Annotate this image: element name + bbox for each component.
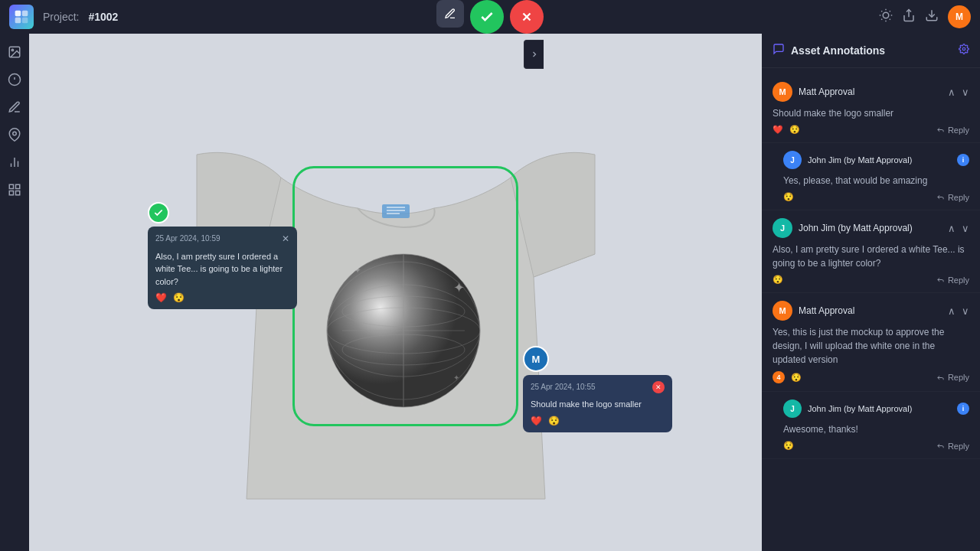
- thread-react-wow-1[interactable]: 😯: [789, 125, 800, 135]
- thread-reply-4[interactable]: Reply: [936, 373, 969, 382]
- share-icon[interactable]: [902, 8, 916, 25]
- thread-author-3: John Jim (by Matt Approval): [799, 223, 942, 233]
- svg-rect-0: [15, 11, 21, 17]
- sidebar-image-icon[interactable]: [2, 40, 27, 64]
- approve-button[interactable]: [470, 0, 504, 34]
- thread-collapse-1[interactable]: ∨: [962, 86, 969, 98]
- thread-body-4: Yes, this is just the mockup to approve …: [773, 325, 969, 367]
- thread-collapse-3[interactable]: ∨: [962, 223, 969, 234]
- annotation-avatar-2: M: [523, 346, 549, 372]
- thread-collapse-4[interactable]: ∨: [962, 305, 969, 317]
- thread-avatar-3: J: [773, 218, 792, 238]
- app-header: Project: #1002: [0, 0, 980, 34]
- svg-rect-2: [15, 18, 21, 24]
- thread-body-3: Also, I am pretty sure I ordered a white…: [773, 243, 969, 270]
- sun-icon[interactable]: [879, 8, 893, 25]
- pencil-button[interactable]: [436, 0, 464, 28]
- thread-author-1: Matt Approval: [799, 86, 942, 97]
- header-right-icons: M: [879, 5, 971, 28]
- panel-header: Asset Annotations: [762, 34, 980, 68]
- svg-line-10: [890, 19, 890, 20]
- thread-reply-5[interactable]: Reply: [936, 442, 969, 451]
- thread-reply-2[interactable]: Reply: [936, 193, 969, 202]
- annotation-thread-3: J John Jim (by Matt Approval) ∧ ∨ Also, …: [762, 210, 980, 293]
- annotations-panel: Asset Annotations M Matt Approval ∧ ∨ Sh…: [762, 34, 980, 551]
- canvas-area: ✦ ✦ ✦ ✦: [29, 34, 762, 551]
- annotation-timestamp-1: 25 Apr 2024, 10:59: [155, 233, 220, 244]
- thread-author-4: Matt Approval: [799, 305, 942, 316]
- svg-point-48: [962, 47, 965, 51]
- header-center-actions: [436, 0, 544, 34]
- sidebar-grid-icon[interactable]: [2, 178, 27, 202]
- panel-toggle-button[interactable]: [524, 40, 544, 69]
- thread-react-wow-2[interactable]: 😯: [783, 192, 794, 202]
- reaction-heart-1[interactable]: ❤️: [155, 292, 167, 303]
- reaction-wow-2[interactable]: 😯: [548, 416, 560, 426]
- thread-body-5: Awesome, thanks!: [783, 422, 969, 436]
- svg-line-14: [890, 11, 890, 11]
- user-avatar[interactable]: M: [948, 5, 971, 28]
- main-content: ✦ ✦ ✦ ✦: [0, 34, 980, 551]
- thread-avatar-4: M: [773, 301, 792, 321]
- svg-rect-27: [16, 184, 20, 188]
- annotation-thread-4: M Matt Approval ∧ ∨ Yes, this is just th…: [762, 293, 980, 392]
- sidebar-edit-icon[interactable]: [2, 95, 27, 119]
- svg-line-13: [881, 19, 882, 20]
- annotation-thread-1: M Matt Approval ∧ ∨ Should make the logo…: [762, 74, 980, 143]
- annotation-thread-2: J John Jim (by Matt Approval) i Yes, ple…: [762, 143, 980, 210]
- project-label: Project:: [43, 11, 79, 23]
- annotation-text-2: Should make the logo smaller: [531, 398, 665, 411]
- annotation-close-1[interactable]: ✕: [282, 233, 289, 246]
- left-sidebar: [0, 34, 29, 551]
- thread-avatar-5: J: [783, 399, 802, 418]
- svg-line-9: [881, 11, 882, 11]
- thread-badge-4: 4: [773, 371, 785, 383]
- thread-reply-3[interactable]: Reply: [936, 276, 969, 285]
- panel-settings-icon[interactable]: [959, 44, 969, 57]
- reject-button[interactable]: [510, 0, 544, 34]
- sidebar-pin-icon[interactable]: [2, 122, 27, 147]
- annotation-dot-1[interactable]: [148, 202, 169, 223]
- thread-author-2: John Jim (by Matt Approval): [808, 155, 951, 165]
- annotation-close-2[interactable]: ✕: [652, 381, 665, 393]
- thread-react-wow-5[interactable]: 😯: [783, 441, 794, 451]
- annotation-popup-logo: M 25 Apr 2024, 10:55 ✕ Should make the l…: [523, 346, 672, 432]
- sidebar-chart-icon[interactable]: [2, 150, 27, 174]
- svg-text:✦: ✦: [453, 280, 465, 295]
- panel-chat-icon: [773, 43, 785, 58]
- thread-expand-3[interactable]: ∧: [948, 223, 956, 234]
- thread-expand-1[interactable]: ∧: [948, 86, 956, 98]
- annotation-card-1: 25 Apr 2024, 10:59 ✕ Also, I am pretty s…: [148, 227, 297, 309]
- thread-body-1: Should make the logo smaller: [773, 106, 969, 120]
- reaction-wow-1[interactable]: 😯: [173, 292, 185, 303]
- annotation-thread-5: J John Jim (by Matt Approval) i Awesome,…: [762, 392, 980, 459]
- app-logo[interactable]: [9, 5, 34, 29]
- svg-rect-3: [22, 18, 28, 24]
- svg-rect-26: [9, 184, 13, 188]
- svg-rect-28: [9, 191, 13, 195]
- thread-reply-1[interactable]: Reply: [936, 126, 969, 135]
- annotation-card-2: 25 Apr 2024, 10:55 ✕ Should make the log…: [523, 375, 672, 432]
- thread-body-2: Yes, please, that would be amazing: [783, 174, 969, 187]
- thread-expand-4[interactable]: ∧: [948, 305, 956, 317]
- thread-avatar-1: M: [773, 82, 792, 102]
- annotation-timestamp-2: 25 Apr 2024, 10:55: [531, 382, 596, 393]
- annotations-list: M Matt Approval ∧ ∨ Should make the logo…: [762, 68, 980, 551]
- annotation-text-1: Also, I am pretty sure I ordered a white…: [155, 250, 289, 289]
- svg-rect-30: [382, 204, 410, 218]
- sidebar-info-icon[interactable]: [2, 67, 27, 92]
- svg-rect-1: [22, 11, 28, 17]
- reaction-heart-2[interactable]: ❤️: [531, 416, 542, 426]
- panel-title: Asset Annotations: [791, 44, 952, 57]
- thread-react-wow-4[interactable]: 😯: [791, 373, 802, 383]
- thread-author-5: John Jim (by Matt Approval): [808, 404, 951, 413]
- download-icon[interactable]: [925, 8, 939, 25]
- thread-info-2[interactable]: i: [957, 154, 969, 166]
- thread-react-wow-3[interactable]: 😯: [773, 275, 783, 285]
- thread-info-5[interactable]: i: [957, 403, 969, 415]
- thread-avatar-2: J: [783, 151, 802, 169]
- svg-point-18: [11, 49, 13, 51]
- project-id: #1002: [88, 11, 118, 23]
- annotation-popup-white-tee: 25 Apr 2024, 10:59 ✕ Also, I am pretty s…: [148, 202, 297, 309]
- thread-react-heart-1[interactable]: ❤️: [773, 125, 783, 135]
